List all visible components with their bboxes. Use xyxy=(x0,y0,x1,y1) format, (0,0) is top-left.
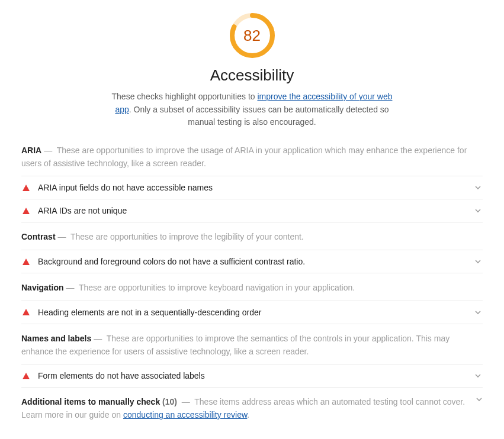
warning-triangle-icon xyxy=(23,208,30,214)
section-description: Navigation — These are opportunities to … xyxy=(21,282,483,295)
audit-label: ARIA IDs are not unique xyxy=(38,206,470,215)
desc-pre: These checks highlight opportunities to xyxy=(112,92,258,101)
warning-triangle-icon xyxy=(23,309,30,315)
chevron-down-icon xyxy=(474,258,481,265)
section-name: Contrast xyxy=(21,232,56,241)
warning-triangle-icon xyxy=(23,373,30,379)
audit-label: Form elements do not have associated lab… xyxy=(38,371,470,380)
manual-count: (10) xyxy=(162,397,177,406)
audit-row[interactable]: ARIA input fields do not have accessible… xyxy=(21,176,483,199)
dash: — xyxy=(57,232,66,241)
section-description: Contrast — These are opportunities to im… xyxy=(21,231,483,244)
score-value: 82 xyxy=(229,12,276,59)
warning-triangle-icon xyxy=(23,185,30,191)
dash: — xyxy=(44,146,52,155)
dash: — xyxy=(94,334,102,343)
score-gauge: 82 xyxy=(229,12,276,59)
desc-post: . Only a subset of accessibility issues … xyxy=(129,105,389,127)
page-title: Accessibility xyxy=(21,66,483,85)
page-description: These checks highlight opportunities to … xyxy=(110,91,394,129)
chevron-down-icon xyxy=(474,184,481,191)
manual-post: . xyxy=(247,410,249,419)
chevron-down-icon xyxy=(474,372,481,379)
dash: — xyxy=(182,397,190,406)
chevron-down-icon xyxy=(476,396,483,403)
audit-row[interactable]: Heading elements are not in a sequential… xyxy=(21,301,483,324)
dash: — xyxy=(66,283,74,292)
manual-title: Additional items to manually check xyxy=(21,397,160,406)
section-desc-text: These are opportunities to improve the u… xyxy=(21,146,467,168)
accessibility-review-link[interactable]: conducting an accessibility review xyxy=(123,410,247,419)
score-gauge-container: 82 xyxy=(21,12,483,59)
chevron-down-icon xyxy=(474,309,481,316)
section-name: ARIA xyxy=(21,146,41,155)
chevron-down-icon xyxy=(474,207,481,214)
audit-label: Heading elements are not in a sequential… xyxy=(38,308,470,317)
section-name: Navigation xyxy=(21,283,64,292)
section-name: Names and labels xyxy=(21,334,91,343)
audit-row[interactable]: Background and foreground colors do not … xyxy=(21,250,483,273)
manual-check-row[interactable]: Additional items to manually check (10) … xyxy=(21,396,483,421)
audit-row[interactable]: ARIA IDs are not unique xyxy=(21,199,483,222)
section-desc-text: These are opportunities to improve keybo… xyxy=(79,283,355,292)
section-description: Names and labels — These are opportuniti… xyxy=(21,333,483,358)
manual-check-text: Additional items to manually check (10) … xyxy=(21,396,471,421)
warning-triangle-icon xyxy=(23,259,30,265)
section-description: ARIA — These are opportunities to improv… xyxy=(21,144,483,170)
section-desc-text: These are opportunities to improve the l… xyxy=(70,232,304,241)
audit-label: Background and foreground colors do not … xyxy=(38,257,470,266)
audit-label: ARIA input fields do not have accessible… xyxy=(38,183,470,192)
audit-row[interactable]: Form elements do not have associated lab… xyxy=(21,364,483,388)
